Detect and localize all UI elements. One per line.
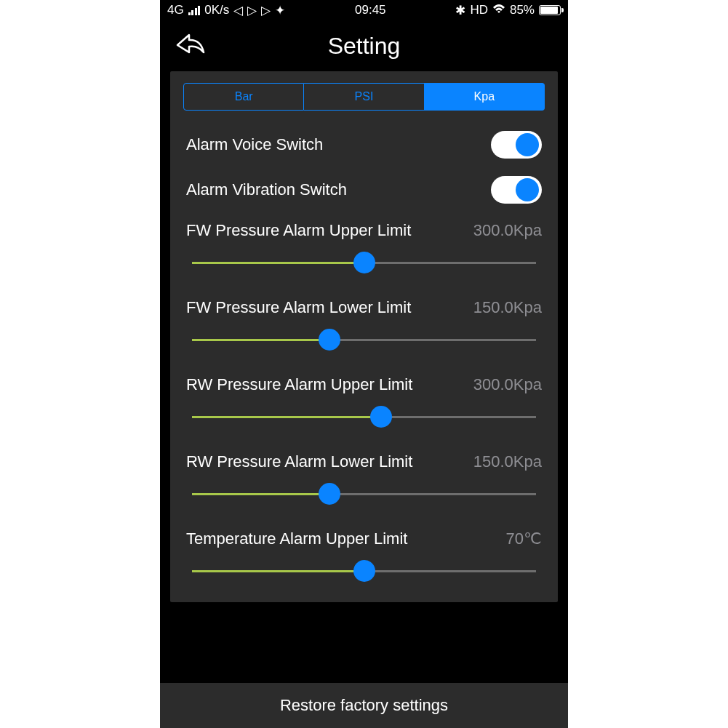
restore-label: Restore factory settings: [280, 696, 448, 715]
row-temp: Temperature Alarm Upper Limit 70℃: [170, 518, 558, 554]
tab-kpa[interactable]: Kpa: [425, 83, 545, 111]
header: Setting: [160, 20, 568, 71]
app-icon-1: ◁: [233, 3, 243, 18]
vibration-label: Alarm Vibration Switch: [186, 180, 347, 199]
temp-slider[interactable]: [192, 560, 536, 582]
fw-upper-slider-wrap: [170, 246, 558, 287]
fw-lower-value: 150.0Kpa: [473, 298, 542, 317]
fw-lower-slider-wrap: [170, 323, 558, 364]
vibration-toggle[interactable]: [491, 176, 542, 204]
status-left: 4G 0K/s ◁ ▷ ▷ ✦: [167, 3, 285, 18]
row-vibration: Alarm Vibration Switch: [170, 164, 558, 209]
back-button[interactable]: [173, 29, 208, 64]
rw-upper-slider[interactable]: [192, 406, 536, 428]
app-icon-2: ▷: [247, 3, 257, 18]
row-voice: Alarm Voice Switch: [170, 119, 558, 164]
app-icon-3: ▷: [261, 3, 271, 18]
battery-label: 85%: [510, 3, 535, 17]
settings-panel: Bar PSI Kpa Alarm Voice Switch Alarm Vib…: [170, 71, 558, 602]
row-rw-lower: RW Pressure Alarm Lower Limit 150.0Kpa: [170, 441, 558, 477]
status-right: ✱ HD 85%: [455, 3, 561, 18]
row-fw-lower: FW Pressure Alarm Lower Limit 150.0Kpa: [170, 287, 558, 323]
temp-value: 70℃: [506, 529, 542, 548]
wifi-icon: [492, 3, 505, 17]
battery-icon: [539, 5, 561, 15]
fw-lower-label: FW Pressure Alarm Lower Limit: [186, 298, 411, 317]
tab-psi[interactable]: PSI: [304, 83, 424, 111]
page-title: Setting: [328, 33, 401, 60]
unit-tabs: Bar PSI Kpa: [170, 71, 558, 119]
speed-label: 0K/s: [204, 3, 229, 17]
row-rw-upper: RW Pressure Alarm Upper Limit 300.0Kpa: [170, 364, 558, 400]
voice-label: Alarm Voice Switch: [186, 135, 323, 154]
tab-bar[interactable]: Bar: [183, 83, 304, 111]
fw-lower-slider[interactable]: [192, 329, 536, 351]
status-bar: 4G 0K/s ◁ ▷ ▷ ✦ 09:45 ✱ HD 85%: [160, 0, 568, 20]
temp-slider-wrap: [170, 554, 558, 595]
rw-lower-value: 150.0Kpa: [473, 452, 542, 471]
rw-lower-label: RW Pressure Alarm Lower Limit: [186, 452, 412, 471]
rw-upper-label: RW Pressure Alarm Upper Limit: [186, 375, 412, 394]
signal-icon: [188, 5, 201, 15]
hd-label: HD: [470, 3, 488, 17]
fw-upper-label: FW Pressure Alarm Upper Limit: [186, 221, 411, 240]
voice-toggle[interactable]: [491, 131, 542, 159]
fw-upper-slider[interactable]: [192, 252, 536, 273]
bluetooth-icon: ✱: [455, 3, 465, 18]
fw-upper-value: 300.0Kpa: [473, 221, 542, 240]
temp-label: Temperature Alarm Upper Limit: [186, 529, 407, 548]
restore-button[interactable]: Restore factory settings: [160, 683, 568, 728]
rw-upper-value: 300.0Kpa: [473, 375, 542, 394]
rw-lower-slider-wrap: [170, 477, 558, 518]
rw-lower-slider[interactable]: [192, 483, 536, 505]
app-icon-4: ✦: [275, 3, 285, 18]
rw-upper-slider-wrap: [170, 400, 558, 441]
phone-frame: 4G 0K/s ◁ ▷ ▷ ✦ 09:45 ✱ HD 85% Setting: [160, 0, 568, 728]
status-time: 09:45: [355, 3, 386, 17]
network-label: 4G: [167, 3, 184, 17]
row-fw-upper: FW Pressure Alarm Upper Limit 300.0Kpa: [170, 209, 558, 246]
